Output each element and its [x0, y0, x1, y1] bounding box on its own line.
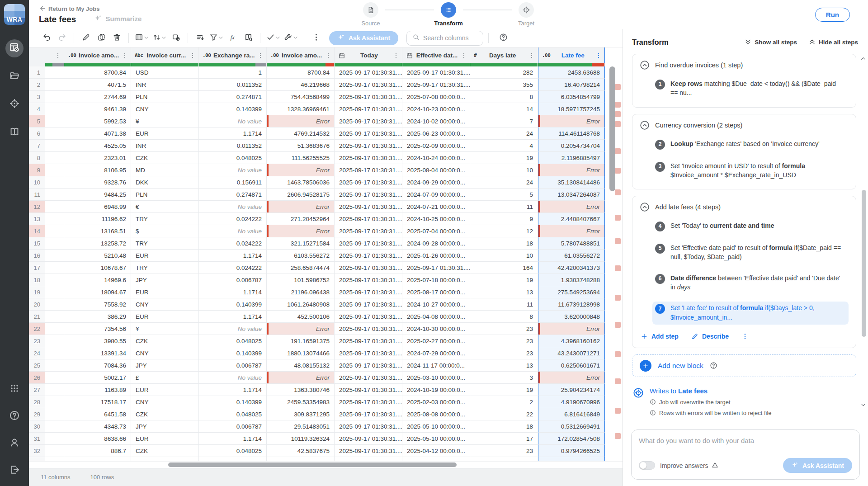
cell[interactable]: 2025-01-26 00:00:0...	[402, 250, 470, 262]
sidebar-item-jobs[interactable]	[5, 39, 24, 57]
panel-scroll-up[interactable]	[860, 55, 866, 63]
step-4[interactable]: 4Set 'Today' to current date and time	[652, 219, 849, 234]
row-number[interactable]: 33	[29, 457, 45, 461]
cell[interactable]: 2025-07-04 00:00:0...	[402, 225, 470, 237]
cell[interactable]: DKK	[131, 176, 199, 189]
cell[interactable]: 8	[470, 91, 538, 103]
cell[interactable]: 2744.69	[64, 91, 131, 103]
cell[interactable]: EUR	[131, 433, 199, 445]
collapsed-cell[interactable]	[45, 420, 64, 433]
cell[interactable]: 172.028547508	[538, 433, 605, 445]
cell[interactable]: 23	[470, 335, 538, 347]
column-header-effective-dat-5[interactable]: Effective dat...	[402, 47, 470, 63]
cell[interactable]: 2025-09-17 01:30:31....	[335, 396, 402, 408]
describe-button[interactable]: Describe	[691, 333, 729, 340]
hide-all-steps-button[interactable]: Hide all steps	[809, 38, 858, 47]
collapsed-cell[interactable]	[45, 91, 64, 103]
row-number[interactable]: 21	[29, 311, 45, 323]
cell[interactable]: 2459.53354983	[267, 396, 335, 408]
cell[interactable]: 24	[470, 127, 538, 140]
cell[interactable]: 1.1714	[199, 286, 267, 298]
cell[interactable]: 0.024222	[199, 237, 267, 250]
row-number[interactable]: 22	[29, 323, 45, 335]
cell[interactable]: 2024-09-29 00:00:0...	[402, 176, 470, 189]
cell[interactable]: 19	[470, 152, 538, 164]
column-menu-button[interactable]	[257, 52, 264, 59]
cell[interactable]: CNY	[131, 298, 199, 311]
cell[interactable]: No value	[199, 372, 267, 384]
cell[interactable]: 0.9740547729	[538, 457, 605, 461]
column-header-today-4[interactable]: Today	[335, 47, 402, 63]
cell[interactable]: 8106.95	[64, 164, 131, 176]
cell[interactable]: 3	[470, 372, 538, 384]
cell[interactable]: 2025-02-03 00:00:0...	[402, 396, 470, 408]
cell[interactable]: 2024-11-17 00:00:0...	[402, 359, 470, 372]
cell[interactable]: 2025-05-10 00:00:0...	[402, 433, 470, 445]
sidebar-item-account[interactable]	[5, 434, 24, 453]
validate-button[interactable]	[265, 31, 281, 45]
cell[interactable]: 1.1714	[199, 433, 267, 445]
cell[interactable]: 18	[470, 420, 538, 433]
cell[interactable]: 7084.36	[64, 359, 131, 372]
cell[interactable]: TRY	[131, 237, 199, 250]
cell[interactable]: 13	[470, 286, 538, 298]
cell[interactable]: 2024-10-30 00:00:0...	[402, 323, 470, 335]
row-number[interactable]: 13	[29, 213, 45, 225]
step-5[interactable]: 5Set 'Effective date paid' to result of …	[652, 241, 849, 264]
step-6[interactable]: 6Date difference between 'Effective date…	[652, 272, 849, 295]
cell[interactable]: Error	[538, 225, 605, 237]
cell[interactable]: 2606.94528175	[267, 189, 335, 201]
kebab-icon[interactable]	[55, 52, 61, 59]
tools-button[interactable]	[283, 31, 299, 45]
cell[interactable]: 13.0347264087	[538, 189, 605, 201]
row-number[interactable]: 17	[29, 262, 45, 274]
cell[interactable]: 2.4408407667	[538, 213, 605, 225]
grid-help-button[interactable]	[499, 33, 508, 43]
cell[interactable]: 9484.25	[64, 189, 131, 201]
step-7[interactable]: 7Set 'Late fee' to result of formula if(…	[652, 302, 849, 325]
cell[interactable]: 2024-07-09 00:00:0...	[402, 189, 470, 201]
cell[interactable]: 2025-09-17 01:30:31....	[335, 115, 402, 127]
cell[interactable]: 0.006787	[199, 359, 267, 372]
row-number[interactable]: 1	[29, 66, 45, 79]
cell[interactable]: 111.56255525	[267, 152, 335, 164]
collapsed-cell[interactable]	[45, 140, 64, 152]
cell[interactable]: 13391.34	[64, 347, 131, 359]
cell[interactable]: 2025-07-18 00:00:0...	[402, 274, 470, 286]
cell[interactable]: 48.08155132	[267, 359, 335, 372]
step-3[interactable]: 3Set 'Invoice amount in USD' to result o…	[652, 160, 849, 183]
column-header-exchange-ra-2[interactable]: .00Exchange ra...	[199, 47, 267, 63]
cell[interactable]: 0.048025	[199, 408, 267, 420]
cell[interactable]: 19	[470, 274, 538, 286]
cell[interactable]: 2025-09-17 01:30:31....	[335, 408, 402, 420]
collapsed-cell[interactable]	[45, 237, 64, 250]
edit-button[interactable]	[79, 31, 93, 45]
collapse-block-button[interactable]	[640, 60, 650, 70]
cell[interactable]: 2024-07-21 00:00:0...	[402, 201, 470, 213]
cell[interactable]: 7	[470, 115, 538, 127]
cell[interactable]: 11	[470, 298, 538, 311]
collapsed-cell[interactable]	[45, 396, 64, 408]
collapsed-cell[interactable]	[45, 127, 64, 140]
row-number[interactable]: 24	[29, 347, 45, 359]
cell[interactable]: 452.500106	[267, 311, 335, 323]
cell[interactable]: 321.15271584	[267, 237, 335, 250]
collapsed-cell[interactable]	[45, 347, 64, 359]
cell[interactable]: 2025-04-12 00:00:0...	[402, 445, 470, 457]
cell[interactable]: 10119.326324	[267, 433, 335, 445]
cell[interactable]: 8638.66	[64, 433, 131, 445]
cell[interactable]: PLN	[131, 91, 199, 103]
collapsed-column-header[interactable]	[45, 47, 64, 63]
collapsed-cell[interactable]	[45, 176, 64, 189]
cell[interactable]: 2025-09-17 01:30:31....	[335, 66, 402, 79]
cell[interactable]: 2025-02-27 00:00:0...	[402, 335, 470, 347]
collapsed-cell[interactable]	[45, 250, 64, 262]
sidebar-item-logout[interactable]	[5, 462, 24, 480]
cell[interactable]: 2024-10-24 00:00:0...	[402, 152, 470, 164]
pipeline-node-transform[interactable]: Transform	[434, 2, 463, 27]
cell[interactable]: 2025-08-08 00:00:0...	[402, 408, 470, 420]
collapsed-cell[interactable]	[45, 189, 64, 201]
row-number[interactable]: 6	[29, 127, 45, 140]
cell[interactable]: 0.6250601671	[538, 359, 605, 372]
cell[interactable]: 21196.096438	[267, 286, 335, 298]
